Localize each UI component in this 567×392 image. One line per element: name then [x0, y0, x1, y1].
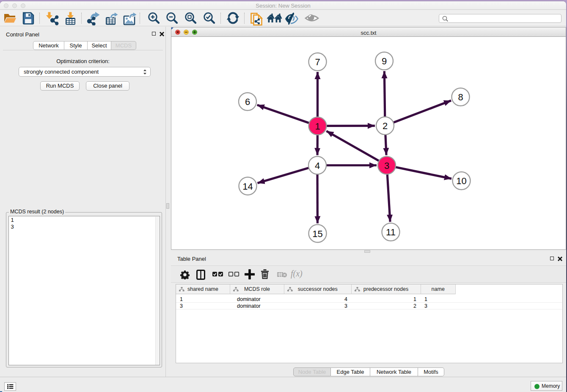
svg-text:7: 7 [315, 57, 320, 67]
svg-text:8: 8 [458, 92, 463, 102]
svg-text:4: 4 [315, 160, 320, 171]
svg-text:14: 14 [242, 181, 253, 192]
svg-text:6: 6 [245, 97, 250, 107]
svg-text:10: 10 [456, 176, 466, 186]
svg-text:9: 9 [382, 56, 387, 66]
svg-text:11: 11 [386, 227, 396, 237]
svg-text:1: 1 [315, 121, 320, 132]
svg-text:3: 3 [384, 160, 389, 171]
svg-text:15: 15 [312, 229, 322, 239]
svg-text:2: 2 [383, 121, 388, 131]
